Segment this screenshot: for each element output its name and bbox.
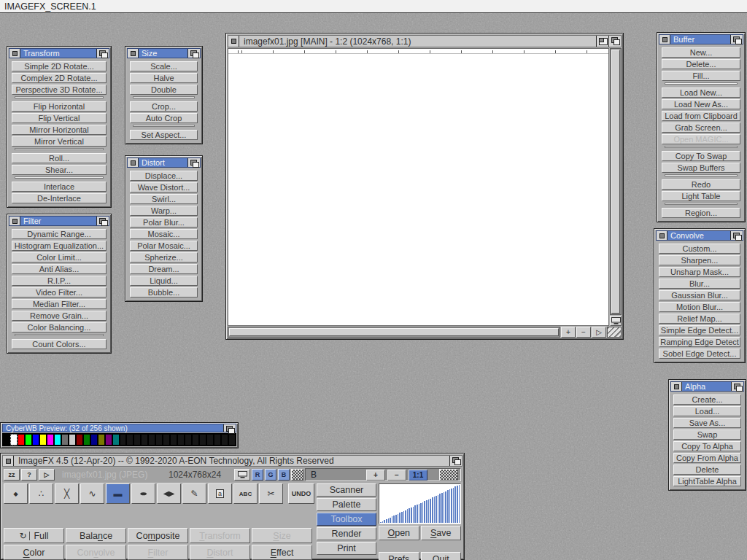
action-button[interactable]: Open (379, 526, 419, 540)
panel-item[interactable]: Save As... (673, 418, 741, 428)
palette-swatch[interactable] (214, 434, 221, 446)
palette-swatch[interactable] (126, 434, 133, 446)
toolbox-titlebar[interactable]: ImageFX 4.5 (12-Apr-20) -- © 1992-2020 A… (2, 455, 462, 467)
zoom-out-button[interactable]: − (387, 470, 406, 481)
help-button[interactable]: ? (21, 469, 37, 481)
curve-tool[interactable]: ∿ (80, 483, 104, 504)
toolbox-command-button[interactable]: Composite (128, 528, 188, 543)
panel-item[interactable]: Load New As... (662, 99, 740, 109)
depth-icon[interactable] (223, 424, 236, 432)
panel-item[interactable]: Simple 2D Rotate... (12, 61, 107, 71)
panel-item[interactable]: Delete (673, 464, 741, 475)
toolbox-command-button[interactable]: Convolve (66, 545, 126, 560)
panel-convolve-titlebar[interactable]: Convolve (656, 230, 743, 241)
panel-item[interactable]: Perspective 3D Rotate... (12, 85, 107, 95)
toolbox-command-button[interactable]: Effect (252, 545, 312, 560)
palette-swatch[interactable] (112, 434, 120, 446)
panel-item[interactable]: Region... (662, 208, 740, 218)
panel-item[interactable]: Redo (662, 179, 740, 190)
panel-item[interactable]: Grab Screen... (662, 122, 740, 133)
panel-distort-titlebar[interactable]: Distort (127, 158, 201, 168)
depth-icon[interactable] (608, 36, 621, 47)
close-icon[interactable] (128, 49, 139, 58)
dither-pattern-button[interactable] (439, 469, 458, 481)
panel-item[interactable]: Dynamic Range... (12, 229, 107, 239)
depth-icon[interactable] (730, 35, 743, 44)
zoom-out-button[interactable]: − (576, 327, 591, 338)
monitor-icon[interactable] (610, 316, 622, 326)
panel-item[interactable]: Interlace (12, 182, 107, 192)
palette-swatch[interactable] (47, 434, 54, 446)
mode-button[interactable]: Toolbox (317, 513, 376, 526)
toolbox-command-button[interactable]: Balance (66, 528, 126, 543)
depth-icon[interactable] (96, 49, 109, 58)
panel-item[interactable]: Relief Map... (659, 314, 740, 324)
toolbox-command-button[interactable]: Distort (190, 545, 250, 560)
channel-blue-button[interactable]: B (278, 469, 290, 481)
resize-handle[interactable] (607, 327, 622, 338)
action-button[interactable]: Quit (421, 552, 462, 560)
palette-swatch[interactable] (90, 434, 98, 446)
panel-item[interactable]: Anti Alias... (12, 264, 107, 274)
panel-item[interactable]: Warp... (130, 206, 198, 216)
text-tool[interactable]: ABC (233, 483, 258, 504)
panel-item[interactable]: Wave Distort... (130, 182, 198, 192)
panel-alpha-titlebar[interactable]: Alpha (670, 381, 744, 392)
forward-button[interactable]: ▷ (39, 469, 55, 481)
palette-swatch[interactable] (170, 434, 177, 446)
panel-item[interactable]: Fill... (662, 71, 740, 81)
close-icon[interactable] (659, 35, 670, 44)
panel-item[interactable]: Load from Clipboard (662, 111, 740, 121)
panel-buffer-titlebar[interactable]: Buffer (659, 34, 743, 44)
panel-item[interactable]: Mirror Vertical (12, 136, 107, 147)
panel-item[interactable]: Halve (130, 73, 198, 83)
palette-swatch[interactable] (18, 434, 25, 446)
palette-swatch[interactable] (54, 434, 61, 446)
palette-swatch[interactable] (177, 434, 185, 446)
palette-swatch[interactable] (185, 434, 192, 446)
panel-item[interactable]: Median Filter... (12, 299, 107, 309)
pan-button[interactable]: ▷ (592, 327, 606, 338)
vertical-scrollbar[interactable] (610, 48, 622, 315)
panel-item[interactable]: Histogram Equalization... (12, 241, 107, 251)
box-tool[interactable]: ▬ (106, 483, 130, 504)
palette-swatch[interactable] (228, 434, 236, 446)
panel-item[interactable]: Simple Edge Detect... (659, 325, 740, 335)
palette-swatch[interactable] (10, 434, 18, 446)
palette-swatch[interactable] (32, 434, 39, 446)
panel-item[interactable]: Load... (673, 406, 741, 416)
panel-item[interactable]: Bubble... (130, 287, 198, 298)
palette-swatch[interactable] (98, 434, 105, 446)
close-icon[interactable] (228, 36, 239, 47)
palette-swatch[interactable] (148, 434, 155, 446)
palette-swatch[interactable] (39, 434, 47, 446)
palette-swatch[interactable] (76, 434, 83, 446)
panel-item[interactable]: Motion Blur... (659, 302, 740, 312)
close-icon[interactable] (657, 231, 667, 240)
panel-item[interactable]: Displace... (130, 171, 198, 181)
monitor-icon[interactable] (234, 469, 250, 481)
sleep-button[interactable]: zz (4, 469, 20, 481)
close-icon[interactable] (3, 456, 14, 466)
horizontal-scrollbar[interactable] (228, 327, 560, 338)
palette-swatch[interactable] (69, 434, 76, 446)
panel-item[interactable]: Set Aspect... (130, 130, 198, 140)
freehand-tool[interactable]: ✎ (182, 483, 206, 504)
close-icon[interactable] (9, 217, 20, 225)
channel-red-button[interactable]: R (252, 469, 263, 481)
point-tool[interactable]: ◆ (4, 483, 28, 504)
close-icon[interactable] (671, 382, 682, 391)
panel-item[interactable]: Complex 2D Rotate... (12, 73, 107, 83)
panel-item[interactable]: Create... (673, 394, 741, 405)
palette-swatch[interactable] (25, 434, 32, 446)
panel-item[interactable]: Load New... (662, 88, 740, 98)
toolbox-command-button[interactable]: Size (252, 528, 312, 543)
panel-item[interactable]: Mosaic... (130, 229, 198, 239)
panel-item[interactable]: Roll... (12, 153, 107, 163)
undo-button[interactable]: UNDO (288, 483, 314, 504)
panel-item[interactable]: Blur... (659, 279, 740, 289)
depth-icon[interactable] (449, 456, 462, 466)
palette-swatch[interactable] (155, 434, 163, 446)
palette-swatch[interactable] (192, 434, 199, 446)
panel-item[interactable]: Copy To Swap (662, 151, 740, 161)
